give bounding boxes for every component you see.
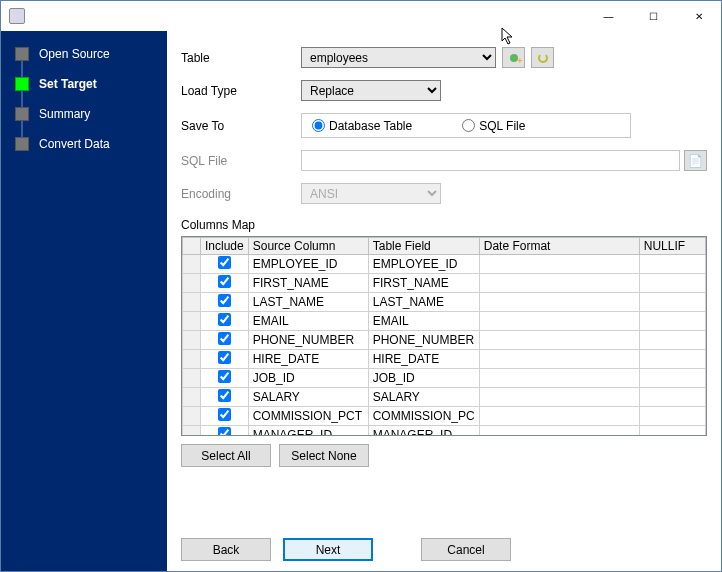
row-handle[interactable] <box>183 255 201 274</box>
row-handle[interactable] <box>183 312 201 331</box>
loadtype-select[interactable]: Replace <box>301 80 441 101</box>
col-source-header[interactable]: Source Column <box>248 238 368 255</box>
date-format-cell[interactable] <box>479 331 639 350</box>
browse-sqlfile-button[interactable]: 📄 <box>684 150 707 171</box>
table-field-cell[interactable]: EMAIL <box>368 312 479 331</box>
include-checkbox[interactable] <box>218 408 231 421</box>
nullif-cell[interactable] <box>639 369 705 388</box>
table-row[interactable]: SALARYSALARY <box>183 388 706 407</box>
step-marker-icon <box>15 137 29 151</box>
nullif-cell[interactable] <box>639 293 705 312</box>
include-checkbox[interactable] <box>218 427 231 436</box>
create-table-button[interactable] <box>502 47 525 68</box>
refresh-tables-button[interactable] <box>531 47 554 68</box>
table-select[interactable]: employees <box>301 47 496 68</box>
columns-grid[interactable]: Include Source Column Table Field Date F… <box>181 236 707 436</box>
select-none-button[interactable]: Select None <box>279 444 369 467</box>
include-checkbox[interactable] <box>218 294 231 307</box>
table-field-cell[interactable]: PHONE_NUMBER <box>368 331 479 350</box>
row-handle[interactable] <box>183 293 201 312</box>
date-format-cell[interactable] <box>479 369 639 388</box>
table-row[interactable]: MANAGER_IDMANAGER_ID <box>183 426 706 437</box>
table-row[interactable]: EMAILEMAIL <box>183 312 706 331</box>
source-column-cell[interactable]: EMPLOYEE_ID <box>248 255 368 274</box>
date-format-cell[interactable] <box>479 293 639 312</box>
date-format-cell[interactable] <box>479 426 639 437</box>
table-field-cell[interactable]: MANAGER_ID <box>368 426 479 437</box>
wizard-step-convert-data[interactable]: Convert Data <box>1 129 167 159</box>
include-checkbox[interactable] <box>218 275 231 288</box>
include-checkbox[interactable] <box>218 389 231 402</box>
source-column-cell[interactable]: EMAIL <box>248 312 368 331</box>
cancel-button[interactable]: Cancel <box>421 538 511 561</box>
include-checkbox[interactable] <box>218 351 231 364</box>
table-row[interactable]: JOB_IDJOB_ID <box>183 369 706 388</box>
source-column-cell[interactable]: PHONE_NUMBER <box>248 331 368 350</box>
col-format-header[interactable]: Date Format <box>479 238 639 255</box>
wizard-step-summary[interactable]: Summary <box>1 99 167 129</box>
nullif-cell[interactable] <box>639 350 705 369</box>
table-row[interactable]: FIRST_NAMEFIRST_NAME <box>183 274 706 293</box>
table-row[interactable]: LAST_NAMELAST_NAME <box>183 293 706 312</box>
saveto-database-radio[interactable]: Database Table <box>312 119 412 133</box>
table-field-cell[interactable]: HIRE_DATE <box>368 350 479 369</box>
include-checkbox[interactable] <box>218 256 231 269</box>
source-column-cell[interactable]: COMMISSION_PCT <box>248 407 368 426</box>
include-checkbox[interactable] <box>218 332 231 345</box>
table-row[interactable]: PHONE_NUMBERPHONE_NUMBER <box>183 331 706 350</box>
nullif-cell[interactable] <box>639 407 705 426</box>
row-handle[interactable] <box>183 331 201 350</box>
close-button[interactable]: ✕ <box>676 1 721 31</box>
table-field-cell[interactable]: EMPLOYEE_ID <box>368 255 479 274</box>
date-format-cell[interactable] <box>479 312 639 331</box>
step-marker-icon <box>15 107 29 121</box>
table-field-cell[interactable]: LAST_NAME <box>368 293 479 312</box>
nullif-cell[interactable] <box>639 426 705 437</box>
nullif-cell[interactable] <box>639 274 705 293</box>
table-row[interactable]: HIRE_DATEHIRE_DATE <box>183 350 706 369</box>
date-format-cell[interactable] <box>479 274 639 293</box>
table-row[interactable]: COMMISSION_PCTCOMMISSION_PC <box>183 407 706 426</box>
row-handle[interactable] <box>183 369 201 388</box>
minimize-button[interactable]: — <box>586 1 631 31</box>
app-icon <box>9 8 25 24</box>
include-checkbox[interactable] <box>218 313 231 326</box>
loadtype-label: Load Type <box>181 84 301 98</box>
source-column-cell[interactable]: LAST_NAME <box>248 293 368 312</box>
table-field-cell[interactable]: FIRST_NAME <box>368 274 479 293</box>
table-field-cell[interactable]: COMMISSION_PC <box>368 407 479 426</box>
nullif-cell[interactable] <box>639 255 705 274</box>
next-button[interactable]: Next <box>283 538 373 561</box>
date-format-cell[interactable] <box>479 255 639 274</box>
source-column-cell[interactable]: MANAGER_ID <box>248 426 368 437</box>
select-all-button[interactable]: Select All <box>181 444 271 467</box>
row-handle[interactable] <box>183 350 201 369</box>
sqlfile-input <box>301 150 680 171</box>
wizard-step-open-source[interactable]: Open Source <box>1 39 167 69</box>
source-column-cell[interactable]: FIRST_NAME <box>248 274 368 293</box>
col-nullif-header[interactable]: NULLIF <box>639 238 705 255</box>
row-handle[interactable] <box>183 274 201 293</box>
nullif-cell[interactable] <box>639 388 705 407</box>
nullif-cell[interactable] <box>639 312 705 331</box>
date-format-cell[interactable] <box>479 407 639 426</box>
source-column-cell[interactable]: HIRE_DATE <box>248 350 368 369</box>
col-include-header[interactable]: Include <box>201 238 249 255</box>
date-format-cell[interactable] <box>479 388 639 407</box>
date-format-cell[interactable] <box>479 350 639 369</box>
row-handle[interactable] <box>183 407 201 426</box>
include-checkbox[interactable] <box>218 370 231 383</box>
table-field-cell[interactable]: SALARY <box>368 388 479 407</box>
table-field-cell[interactable]: JOB_ID <box>368 369 479 388</box>
nullif-cell[interactable] <box>639 331 705 350</box>
maximize-button[interactable]: ☐ <box>631 1 676 31</box>
saveto-sqlfile-radio[interactable]: SQL File <box>462 119 525 133</box>
source-column-cell[interactable]: JOB_ID <box>248 369 368 388</box>
row-handle[interactable] <box>183 426 201 437</box>
table-row[interactable]: EMPLOYEE_IDEMPLOYEE_ID <box>183 255 706 274</box>
col-target-header[interactable]: Table Field <box>368 238 479 255</box>
wizard-step-set-target[interactable]: Set Target <box>1 69 167 99</box>
row-handle[interactable] <box>183 388 201 407</box>
source-column-cell[interactable]: SALARY <box>248 388 368 407</box>
back-button[interactable]: Back <box>181 538 271 561</box>
